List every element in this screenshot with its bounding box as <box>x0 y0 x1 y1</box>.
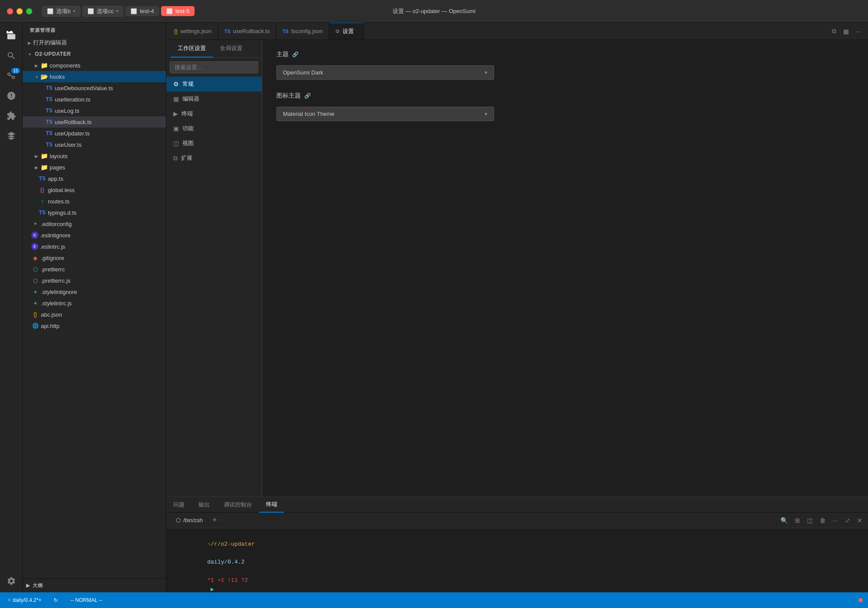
main-layout: 15 资源管理器 ▶ <box>0 23 868 592</box>
activity-custom[interactable] <box>2 126 21 145</box>
tab-test4-label: test-4 <box>140 8 154 14</box>
theme-label: 主题 <box>276 51 289 58</box>
settings-tab-workspace[interactable]: 工作区设置 <box>171 40 213 57</box>
tab-settings-json[interactable]: {} settings.json <box>168 23 218 40</box>
terminal-more-button[interactable]: ··· <box>831 516 840 525</box>
terminal-add-button[interactable]: + <box>209 513 221 528</box>
theme-dropdown[interactable]: OpenSumi Dark ▾ <box>276 65 494 80</box>
folder-icon: 📁 <box>40 152 48 159</box>
tree-item-useDebouncedValue[interactable]: TS useDebouncedValue.ts <box>23 82 166 94</box>
tree-item-useRollback[interactable]: TS useRollback.ts <box>23 116 166 128</box>
tree-item-components[interactable]: ▶ 📁 components <box>23 60 166 71</box>
maximize-button[interactable] <box>26 8 32 14</box>
settings-search-input[interactable] <box>170 61 258 73</box>
activity-search[interactable] <box>2 46 21 65</box>
nav-item-terminal[interactable]: ▶ 终端 <box>166 106 262 121</box>
tree-item-prettierrc-js[interactable]: ⬡ .prettierrc.js <box>23 275 166 286</box>
tab-test5[interactable]: ⬜ test-5 <box>161 6 195 16</box>
section-open-editors[interactable]: ▶ 打开的编辑器 <box>23 37 166 48</box>
nav-item-general[interactable]: ⚙ 常规 <box>166 77 262 91</box>
activity-settings[interactable] <box>2 573 21 592</box>
activity-scm[interactable]: 15 <box>2 66 21 85</box>
scm-badge: 15 <box>11 68 20 74</box>
status-branch[interactable]: ⑂ daily/0.4.2*+ <box>5 596 44 604</box>
tree-item-global-less[interactable]: {} global.less <box>23 184 166 196</box>
close-button[interactable] <box>7 8 13 14</box>
tree-item-useLog[interactable]: TS useLog.ts <box>23 105 166 116</box>
tree-item-gitignore[interactable]: ◆ .gitignore <box>23 252 166 263</box>
terminal-split-button[interactable]: ◫ <box>805 516 815 525</box>
tab-tsconfig[interactable]: TS tsconfig.json <box>276 23 329 40</box>
nav-item-label: 终端 <box>182 110 193 118</box>
nav-item-extension[interactable]: ⧉ 扩展 <box>166 151 262 166</box>
tree-item-layouts[interactable]: ▶ 📁 layouts <box>23 150 166 162</box>
nav-item-view[interactable]: ◫ 视图 <box>166 136 262 151</box>
terminal-content[interactable]: ~/r/o2-updater daily/0.4.2 *1 +1 !11 ?2 … <box>166 528 868 592</box>
tab-label: 设置 <box>343 27 354 35</box>
outline-section[interactable]: ▶ 大纲 <box>26 582 43 589</box>
tree-label: .gitignore <box>41 255 64 261</box>
branch-name: daily/0.4.2*+ <box>13 597 41 603</box>
tab-option-cc[interactable]: ⬜ 选项cc ▾ <box>82 6 124 17</box>
tree-item-app-ts[interactable]: TS app.ts <box>23 173 166 184</box>
section-project[interactable]: ▾ O2-UPDATER <box>23 48 166 60</box>
minimize-button[interactable] <box>17 8 23 14</box>
link-icon[interactable]: 🔗 <box>292 51 299 57</box>
tree-item-useIteration[interactable]: TS useIteration.ts <box>23 94 166 105</box>
ts-icon: TS <box>45 85 53 91</box>
terminal-settings-button[interactable]: ⊞ <box>793 516 802 525</box>
panel-tab-debug[interactable]: 调试控制台 <box>217 497 259 513</box>
terminal-search-button[interactable]: 🔍 <box>778 516 790 525</box>
tree-item-prettierrc[interactable]: ⬡ .prettierrc <box>23 263 166 275</box>
tree-item-stylelintignore[interactable]: ✦ .stylelintignore <box>23 286 166 297</box>
tree-label: .stylelintignore <box>41 289 77 295</box>
tab-useRollback[interactable]: TS useRollback.ts <box>218 23 276 40</box>
link-icon-2[interactable]: 🔗 <box>304 93 311 99</box>
tab-option-cc-label: 选项cc <box>97 7 114 15</box>
tree-label: api.http <box>41 323 60 329</box>
icon-theme-dropdown[interactable]: Material Icon Theme ▾ <box>276 107 494 121</box>
tree-item-typings[interactable]: TS typings.d.ts <box>23 207 166 218</box>
panel-tab-terminal[interactable]: 终端 <box>259 497 284 513</box>
terminal-maximize-button[interactable]: ⤢ <box>843 516 852 525</box>
tree-item-useUser[interactable]: TS useUser.ts <box>23 139 166 150</box>
more-button[interactable]: ··· <box>854 27 863 36</box>
tree-item-pages[interactable]: ▶ 📁 pages <box>23 162 166 173</box>
title-bar: ⬜ 选项b ▾ ⬜ 选项cc ▾ ⬜ test-4 ⬜ test-5 设置 — … <box>0 0 868 23</box>
split-editor-button[interactable]: ⧉ <box>830 27 838 36</box>
terminal-trash-button[interactable]: 🗑 <box>818 516 828 525</box>
activity-extensions[interactable] <box>2 106 21 125</box>
settings-tab-global[interactable]: 全局设置 <box>213 40 249 57</box>
http-icon: 🌐 <box>31 323 39 329</box>
panel-tab-output[interactable]: 输出 <box>192 497 217 513</box>
tree-item-hooks[interactable]: ▾ 📂 hooks <box>23 71 166 82</box>
nav-item-function[interactable]: ▣ 功能 <box>166 121 262 136</box>
tree-label: hooks <box>50 74 65 80</box>
activity-explorer[interactable] <box>2 26 21 45</box>
tree-item-useUpdater[interactable]: TS useUpdater.ts <box>23 128 166 139</box>
layout-button[interactable]: ▦ <box>841 27 851 36</box>
folder-open-icon: 📂 <box>40 73 48 80</box>
tab-option-b[interactable]: ⬜ 选项b ▾ <box>42 6 81 17</box>
nav-item-editor[interactable]: ▦ 编辑器 <box>166 91 262 106</box>
status-right <box>858 598 863 602</box>
panel-tab-problems[interactable]: 问题 <box>166 497 192 513</box>
tree-item-stylelintrc[interactable]: ✦ .stylelintrc.js <box>23 297 166 309</box>
activity-debug[interactable] <box>2 86 21 105</box>
terminal-shell-zsh[interactable]: ⬡ /bin/zsh <box>170 513 209 528</box>
terminal-close-button[interactable]: ✕ <box>855 516 865 525</box>
sync-icon: ↻ <box>54 597 58 603</box>
edit-icon: ▦ <box>173 95 179 102</box>
tree-label: typings.d.ts <box>48 209 77 216</box>
tree-item-abc-json[interactable]: {} abc.json <box>23 309 166 320</box>
tree-item-eslintrc[interactable]: E .eslintrc.js <box>23 241 166 252</box>
tree-item-routes[interactable]: ↕ routes.ts <box>23 196 166 207</box>
tree-item-editorconfig[interactable]: ✦ .editorconfig <box>23 218 166 230</box>
chevron-down-icon-icon-theme: ▾ <box>484 111 488 117</box>
open-editors-label: 打开的编辑器 <box>33 39 67 47</box>
tab-test4[interactable]: ⬜ test-4 <box>125 6 159 16</box>
status-sync[interactable]: ↻ <box>51 596 61 604</box>
tree-item-api-http[interactable]: 🌐 api.http <box>23 320 166 331</box>
tree-item-eslintignore[interactable]: E .eslintignore <box>23 230 166 241</box>
tab-settings[interactable]: ⚙ 设置 <box>329 23 364 40</box>
